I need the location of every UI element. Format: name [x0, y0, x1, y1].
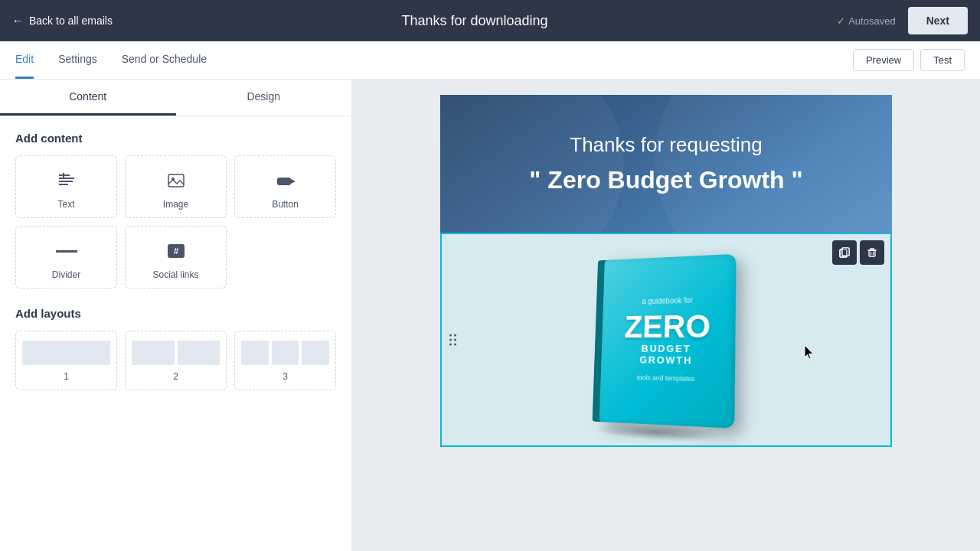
content-item-text[interactable]: Text — [15, 155, 117, 218]
social-links-icon: # — [164, 239, 188, 263]
layout-item-1col[interactable]: 1 — [15, 331, 117, 390]
panel-tabs: Content Design — [0, 80, 351, 116]
book-guidebook-text: a guidebook for — [642, 296, 692, 305]
add-content-title: Add content — [15, 132, 336, 145]
nav-actions: Preview Test — [853, 49, 965, 71]
svg-marker-8 — [291, 179, 296, 184]
cursor-icon — [800, 344, 818, 365]
layout-label-3: 3 — [283, 371, 288, 382]
book-tools-text: tools and templates — [636, 373, 694, 384]
content-item-image[interactable]: Image — [125, 155, 227, 218]
svg-rect-5 — [168, 174, 184, 187]
email-header-block[interactable]: Thanks for requesting " Zero Budget Grow… — [440, 95, 892, 233]
panel-tab-design[interactable]: Design — [176, 80, 352, 116]
back-label: Back to all emails — [29, 15, 113, 27]
tab-edit[interactable]: Edit — [15, 41, 34, 79]
book-zero-text: ZERO — [624, 311, 710, 344]
layout-label-1: 1 — [64, 371, 69, 382]
book-body: a guidebook for ZERO BUDGET GROWTH tools… — [599, 254, 737, 429]
svg-rect-2 — [59, 181, 73, 182]
canvas-area[interactable]: Thanks for requesting " Zero Budget Grow… — [352, 80, 980, 551]
tab-send-schedule[interactable]: Send or Schedule — [122, 41, 207, 79]
divider-icon — [54, 239, 79, 263]
secondary-nav: Edit Settings Send or Schedule Preview T… — [0, 41, 980, 80]
text-label: Text — [57, 199, 74, 210]
text-icon — [54, 168, 79, 193]
delete-block-button[interactable] — [860, 240, 884, 265]
add-layouts-title: Add layouts — [15, 307, 336, 320]
image-label: Image — [163, 199, 188, 210]
layout-preview-3col — [241, 341, 329, 365]
copy-block-button[interactable] — [832, 240, 857, 265]
content-item-social-links[interactable]: # Social links — [125, 226, 227, 289]
book-illustration: a guidebook for ZERO BUDGET GROWTH tools… — [585, 246, 752, 438]
social-links-label: Social links — [152, 269, 198, 280]
nav-tabs: Edit Settings Send or Schedule — [15, 41, 207, 79]
test-button[interactable]: Test — [920, 49, 965, 71]
autosaved-label: Autosaved — [848, 15, 895, 27]
button-icon — [273, 168, 298, 193]
next-button[interactable]: Next — [908, 7, 968, 34]
email-image-block[interactable]: a guidebook for ZERO BUDGET GROWTH tools… — [440, 233, 892, 447]
tab-settings[interactable]: Settings — [58, 41, 97, 79]
layout-item-3col[interactable]: 3 — [234, 331, 336, 390]
content-item-divider[interactable]: Divider — [15, 226, 117, 289]
check-icon: ✓ — [837, 15, 845, 27]
main-layout: Content Design Add content — [0, 80, 980, 551]
layout-label-2: 2 — [173, 371, 178, 382]
block-actions — [832, 240, 884, 265]
back-arrow-icon: ← — [12, 15, 23, 27]
svg-text:#: # — [173, 246, 178, 256]
panel-tab-content[interactable]: Content — [0, 80, 176, 116]
divider-label: Divider — [52, 269, 80, 280]
drag-handle[interactable] — [446, 331, 459, 349]
left-panel: Content Design Add content — [0, 80, 352, 551]
header-subtitle: " Zero Budget Growth " — [471, 166, 861, 194]
email-title: Thanks for downloading — [402, 13, 548, 29]
topbar: ← Back to all emails Thanks for download… — [0, 0, 980, 41]
svg-rect-7 — [277, 178, 291, 185]
layout-item-2col[interactable]: 2 — [125, 331, 227, 390]
panel-content: Add content Text — [0, 116, 351, 406]
book-budget-text: BUDGET GROWTH — [615, 343, 719, 367]
back-to-emails[interactable]: ← Back to all emails — [12, 15, 113, 27]
button-label: Button — [272, 199, 299, 210]
preview-button[interactable]: Preview — [853, 49, 914, 71]
content-grid: Text Image — [15, 155, 336, 289]
svg-rect-3 — [59, 184, 68, 185]
layout-preview-2col — [132, 341, 220, 365]
autosaved-status: ✓ Autosaved — [837, 15, 895, 27]
topbar-right: ✓ Autosaved Next — [837, 7, 968, 34]
svg-rect-4 — [63, 173, 64, 178]
image-icon — [164, 168, 188, 193]
content-item-button[interactable]: Button — [234, 155, 336, 218]
email-preview: Thanks for requesting " Zero Budget Grow… — [440, 95, 892, 447]
header-title: Thanks for requesting — [471, 133, 861, 157]
svg-rect-1 — [59, 178, 74, 179]
layout-grid: 1 2 3 — [15, 331, 336, 390]
svg-rect-15 — [869, 250, 875, 256]
layout-preview-1col — [22, 341, 110, 365]
